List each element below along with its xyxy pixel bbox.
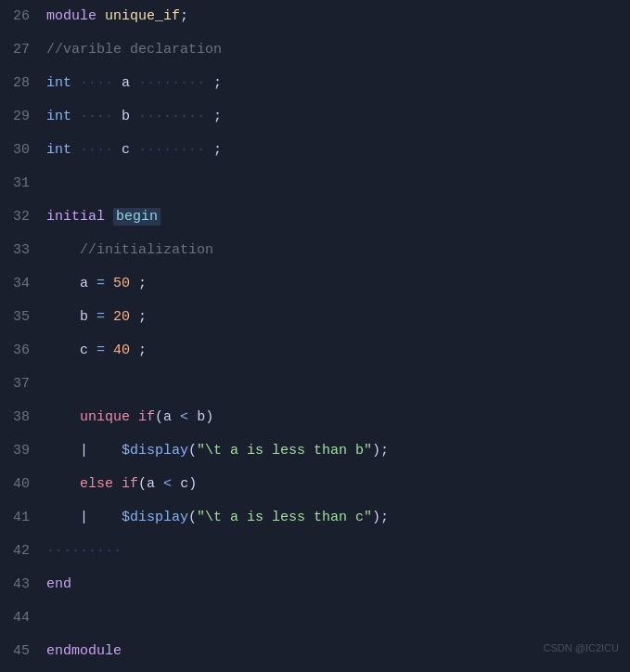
ln-37: 37 [0,368,30,401]
code-line-30: int ···· c ········ ; [46,134,630,167]
code-line-38: unique if(a < b) [46,401,630,434]
ln-44: 44 [0,601,30,635]
ln-43: 43 [0,568,30,601]
code-line-37 [46,368,630,401]
code-line-33: //initialization [46,234,630,267]
code-line-29: int ···· b ········ ; [46,100,630,134]
code-lines: module unique_if; //varible declaration … [39,0,630,672]
ln-39: 39 [0,434,30,468]
ln-41: 41 [0,501,30,535]
code-editor: 26 27 28 29 30 31 32 33 34 35 36 37 38 3… [0,0,630,672]
code-line-34: a = 50 ; [46,267,630,301]
ln-42: 42 [0,535,30,568]
code-line-39: | $display("\t a is less than b"); [46,434,630,468]
code-line-36: c = 40 ; [46,334,630,368]
ln-27: 27 [0,33,30,67]
code-line-28: int ···· a ········ ; [46,67,630,100]
code-line-40: else if(a < c) [46,468,630,501]
ln-35: 35 [0,301,30,334]
code-line-27: //varible declaration [46,33,630,67]
code-line-31 [46,167,630,200]
code-line-44 [46,601,630,635]
ln-32: 32 [0,200,30,234]
code-line-32: initial begin [46,200,630,234]
ln-40: 40 [0,468,30,501]
watermark: CSDN @IC2ICU [544,631,619,665]
ln-38: 38 [0,401,30,434]
ln-30: 30 [0,134,30,167]
ln-28: 28 [0,67,30,100]
code-line-43: end [46,568,630,601]
line-numbers: 26 27 28 29 30 31 32 33 34 35 36 37 38 3… [0,0,39,672]
code-line-42: ········· [46,535,630,568]
ln-33: 33 [0,234,30,267]
code-line-26: module unique_if; [46,0,630,33]
ln-31: 31 [0,167,30,200]
code-line-41: | $display("\t a is less than c"); [46,501,630,535]
ln-26: 26 [0,0,30,33]
ln-45: 45 [0,635,30,668]
ln-29: 29 [0,100,30,134]
ln-36: 36 [0,334,30,368]
ln-34: 34 [0,267,30,301]
code-line-35: b = 20 ; [46,301,630,334]
